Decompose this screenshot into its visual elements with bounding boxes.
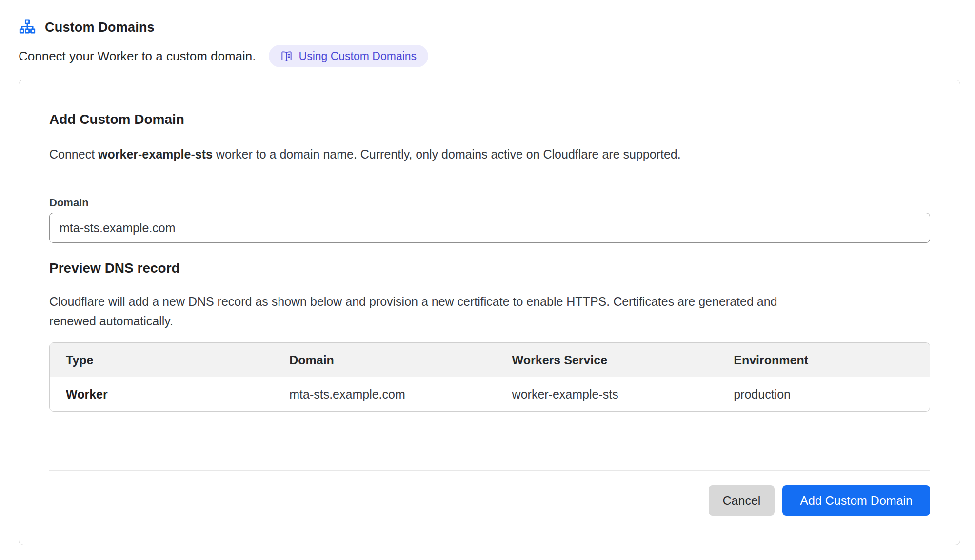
table-header-row: Type Domain Workers Service Environment — [50, 343, 930, 377]
column-header-type: Type — [50, 353, 273, 367]
domain-input[interactable] — [49, 213, 930, 243]
column-header-domain: Domain — [273, 353, 496, 367]
intro-suffix: worker to a domain name. Currently, only… — [213, 147, 681, 161]
page-title: Custom Domains — [45, 20, 155, 35]
add-custom-domain-button[interactable]: Add Custom Domain — [782, 485, 930, 516]
page-subtitle: Connect your Worker to a custom domain. — [19, 49, 256, 64]
card-heading: Add Custom Domain — [49, 111, 930, 128]
title-row: Custom Domains — [19, 18, 975, 37]
cell-type: Worker — [50, 387, 273, 401]
docs-link-badge[interactable]: Using Custom Domains — [269, 45, 429, 67]
preview-dns-description: Cloudflare will add a new DNS record as … — [49, 292, 810, 331]
sitemap-icon — [19, 19, 36, 36]
docs-link-label: Using Custom Domains — [299, 50, 417, 63]
subtitle-row: Connect your Worker to a custom domain. … — [19, 45, 975, 67]
cancel-button[interactable]: Cancel — [709, 485, 775, 516]
column-header-environment: Environment — [717, 353, 930, 367]
cell-domain: mta-sts.example.com — [273, 387, 496, 401]
column-header-workers-service: Workers Service — [496, 353, 718, 367]
cell-workers-service: worker-example-sts — [496, 387, 718, 401]
preview-dns-heading: Preview DNS record — [49, 260, 930, 277]
worker-name: worker-example-sts — [98, 147, 213, 161]
cell-environment: production — [717, 387, 930, 401]
page-header: Custom Domains Connect your Worker to a … — [0, 0, 975, 67]
table-row: Worker mta-sts.example.com worker-exampl… — [50, 377, 930, 411]
domain-field-label: Domain — [49, 197, 930, 209]
add-custom-domain-card: Add Custom Domain Connect worker-example… — [19, 80, 960, 545]
footer-divider — [49, 470, 930, 471]
book-icon — [280, 50, 293, 62]
action-buttons: Cancel Add Custom Domain — [49, 485, 930, 516]
intro-prefix: Connect — [49, 147, 98, 161]
dns-preview-table: Type Domain Workers Service Environment … — [49, 342, 930, 412]
intro-text: Connect worker-example-sts worker to a d… — [49, 146, 930, 162]
